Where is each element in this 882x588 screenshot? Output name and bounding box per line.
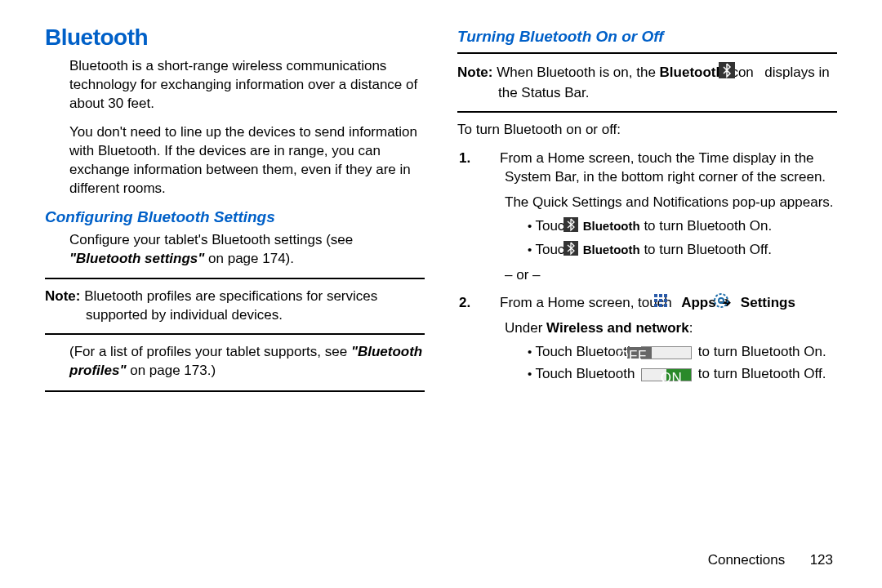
- svg-rect-9: [654, 304, 657, 307]
- svg-rect-5: [664, 294, 667, 297]
- bullet-bt-off: Touch Bluetooth to turn Bluetooth Off.: [528, 241, 837, 261]
- step-1: 1.From a Home screen, touch the Time dis…: [482, 149, 837, 285]
- page-footer: Connections 123: [708, 551, 833, 570]
- profiles-ref-text: (For a list of profiles your tablet supp…: [45, 343, 425, 381]
- configure-text: Configure your tablet's Bluetooth settin…: [45, 231, 425, 269]
- subheading-turning-on-off: Turning Bluetooth On or Off: [457, 28, 837, 46]
- divider: [45, 278, 425, 279]
- or-separator: – or –: [505, 266, 837, 285]
- intro-steps: To turn Bluetooth on or off:: [457, 121, 837, 140]
- bullet-toggle-off: Touch Bluetooth ON to turn Bluetooth Off…: [528, 365, 837, 384]
- bullet-toggle-on: Touch Bluetooth OFF to turn Bluetooth On…: [528, 343, 837, 362]
- divider: [45, 333, 425, 335]
- ref-bluetooth-settings: "Bluetooth settings": [69, 251, 204, 266]
- note-bt-icon: Note: When Bluetooth is on, the Bluetoot…: [457, 62, 837, 103]
- toggle-off-icon: OFF: [641, 346, 692, 359]
- toggle-on-icon: ON: [641, 368, 692, 381]
- svg-rect-11: [664, 304, 667, 307]
- divider: [457, 111, 837, 113]
- step-2-line2: Under Wireless and network:: [505, 319, 837, 338]
- intro-paragraph-1: Bluetooth is a short-range wireless comm…: [45, 57, 425, 114]
- svg-rect-8: [664, 299, 667, 302]
- divider: [457, 52, 837, 54]
- right-column: Turning Bluetooth On or Off Note: When B…: [457, 24, 837, 400]
- intro-paragraph-2: You don't need to line up the devices to…: [45, 123, 425, 198]
- footer-section: Connections: [708, 552, 786, 568]
- divider: [45, 390, 425, 392]
- note-profiles: Note: Bluetooth profiles are specificati…: [45, 287, 425, 325]
- svg-point-12: [715, 294, 728, 307]
- footer-page-number: 123: [810, 552, 833, 568]
- svg-rect-4: [659, 294, 662, 297]
- left-column: Bluetooth Bluetooth is a short-range wir…: [45, 24, 425, 400]
- svg-point-13: [719, 298, 724, 303]
- svg-rect-7: [659, 299, 662, 302]
- bullet-bt-on: Touch Bluetooth to turn Bluetooth On.: [528, 217, 837, 238]
- step-2: 2.From a Home screen, touch Apps ➔ Setti…: [482, 292, 837, 384]
- subheading-configuring: Configuring Bluetooth Settings: [45, 208, 425, 226]
- section-heading-bluetooth: Bluetooth: [45, 24, 425, 51]
- steps-list: 1.From a Home screen, touch the Time dis…: [457, 149, 837, 384]
- step-1-result: The Quick Settings and Notifications pop…: [505, 194, 837, 212]
- svg-rect-6: [654, 299, 657, 302]
- svg-rect-10: [659, 304, 662, 307]
- svg-rect-3: [654, 294, 657, 297]
